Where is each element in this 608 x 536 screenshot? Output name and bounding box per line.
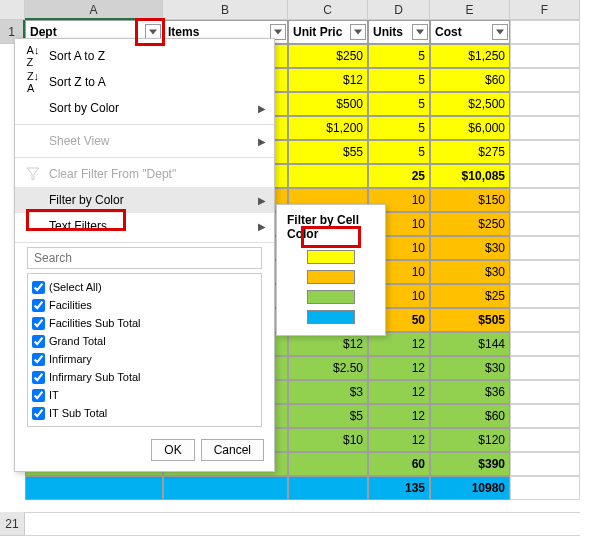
color-filter-item[interactable] (277, 307, 385, 327)
color-filter-item[interactable] (277, 287, 385, 307)
filter-dropdown-icon[interactable] (492, 24, 508, 40)
cell[interactable]: $30 (430, 236, 510, 260)
cell[interactable]: $30 (430, 260, 510, 284)
cell[interactable]: 5 (368, 92, 430, 116)
cell[interactable]: $6,000 (430, 116, 510, 140)
row-header-21[interactable]: 21 (0, 512, 25, 536)
filter-checkbox[interactable] (32, 371, 45, 384)
cell[interactable]: $2,500 (430, 92, 510, 116)
cell[interactable]: 25 (368, 164, 430, 188)
cell[interactable]: $390 (430, 452, 510, 476)
filter-checkbox[interactable] (32, 317, 45, 330)
col-header-c[interactable]: C (288, 0, 368, 20)
cell[interactable]: $10 (288, 428, 368, 452)
cell[interactable] (163, 476, 288, 500)
cell[interactable] (510, 92, 580, 116)
col-header-d[interactable]: D (368, 0, 430, 20)
filter-value-item[interactable]: Infirmary Sub Total (32, 368, 257, 386)
cell[interactable]: 5 (368, 140, 430, 164)
cell[interactable]: $12 (288, 68, 368, 92)
filter-value-item[interactable]: Grand Total (32, 332, 257, 350)
cell[interactable]: 12 (368, 356, 430, 380)
cancel-button[interactable]: Cancel (201, 439, 264, 461)
cell[interactable] (510, 308, 580, 332)
filter-checkbox[interactable] (32, 353, 45, 366)
cell[interactable]: $25 (430, 284, 510, 308)
filter-checkbox[interactable] (32, 281, 45, 294)
filter-values-list[interactable]: (Select All)FacilitiesFacilities Sub Tot… (27, 273, 262, 427)
cell[interactable] (510, 356, 580, 380)
col-header-e[interactable]: E (430, 0, 510, 20)
filter-value-item[interactable]: (Select All) (32, 278, 257, 296)
cell[interactable] (288, 452, 368, 476)
header-cost[interactable]: Cost (430, 20, 510, 44)
cell[interactable] (288, 476, 368, 500)
cell[interactable] (510, 452, 580, 476)
cell[interactable]: $55 (288, 140, 368, 164)
cell[interactable] (25, 476, 163, 500)
sort-by-color[interactable]: Sort by Color ▶ (15, 95, 274, 121)
sort-z-a[interactable]: Z↓A Sort Z to A (15, 69, 274, 95)
filter-by-color[interactable]: Filter by Color ▶ (15, 187, 274, 213)
cell[interactable]: $1,250 (430, 44, 510, 68)
cell[interactable]: $10,085 (430, 164, 510, 188)
color-filter-item[interactable] (277, 267, 385, 287)
cell[interactable]: 5 (368, 68, 430, 92)
cell[interactable]: $250 (430, 212, 510, 236)
cell[interactable]: 12 (368, 404, 430, 428)
cell[interactable] (510, 164, 580, 188)
cell[interactable]: $250 (288, 44, 368, 68)
ok-button[interactable]: OK (151, 439, 194, 461)
cell[interactable]: 60 (368, 452, 430, 476)
cell-f1[interactable] (510, 20, 580, 44)
filter-checkbox[interactable] (32, 299, 45, 312)
cell[interactable]: $505 (430, 308, 510, 332)
col-header-f[interactable]: F (510, 0, 580, 20)
cell[interactable] (510, 236, 580, 260)
filter-dropdown-icon[interactable] (350, 24, 366, 40)
cell[interactable]: $144 (430, 332, 510, 356)
text-filters[interactable]: Text Filters ▶ (15, 213, 274, 239)
cell[interactable]: $36 (430, 380, 510, 404)
cell[interactable]: 10980 (430, 476, 510, 500)
cell[interactable]: 12 (368, 380, 430, 404)
cell[interactable]: $2.50 (288, 356, 368, 380)
cell[interactable]: $1,200 (288, 116, 368, 140)
cell[interactable] (510, 404, 580, 428)
row-21-empty[interactable] (25, 512, 580, 536)
filter-value-item[interactable]: Facilities Sub Total (32, 314, 257, 332)
filter-checkbox[interactable] (32, 335, 45, 348)
cell[interactable]: $150 (430, 188, 510, 212)
cell[interactable] (510, 212, 580, 236)
cell[interactable]: 12 (368, 428, 430, 452)
cell[interactable] (510, 476, 580, 500)
header-unit-price[interactable]: Unit Pric (288, 20, 368, 44)
cell[interactable]: $3 (288, 380, 368, 404)
cell[interactable]: $275 (430, 140, 510, 164)
col-header-a[interactable]: A (25, 0, 163, 20)
filter-value-item[interactable]: Infirmary (32, 350, 257, 368)
cell[interactable] (510, 140, 580, 164)
cell[interactable]: $60 (430, 404, 510, 428)
cell[interactable] (510, 380, 580, 404)
cell[interactable] (510, 428, 580, 452)
cell[interactable]: 135 (368, 476, 430, 500)
filter-checkbox[interactable] (32, 389, 45, 402)
cell[interactable]: $120 (430, 428, 510, 452)
sort-a-z[interactable]: A↓Z Sort A to Z (15, 43, 274, 69)
col-header-b[interactable]: B (163, 0, 288, 20)
cell[interactable] (510, 284, 580, 308)
cell[interactable]: 5 (368, 44, 430, 68)
filter-dropdown-icon[interactable] (412, 24, 428, 40)
search-input[interactable] (27, 247, 262, 269)
filter-checkbox[interactable] (32, 407, 45, 420)
filter-value-item[interactable]: IT (32, 386, 257, 404)
cell[interactable] (510, 260, 580, 284)
cell[interactable] (288, 164, 368, 188)
filter-value-item[interactable]: IT Sub Total (32, 404, 257, 422)
header-units[interactable]: Units (368, 20, 430, 44)
cell[interactable] (510, 188, 580, 212)
cell[interactable]: $500 (288, 92, 368, 116)
cell[interactable] (510, 68, 580, 92)
cell[interactable]: 5 (368, 116, 430, 140)
